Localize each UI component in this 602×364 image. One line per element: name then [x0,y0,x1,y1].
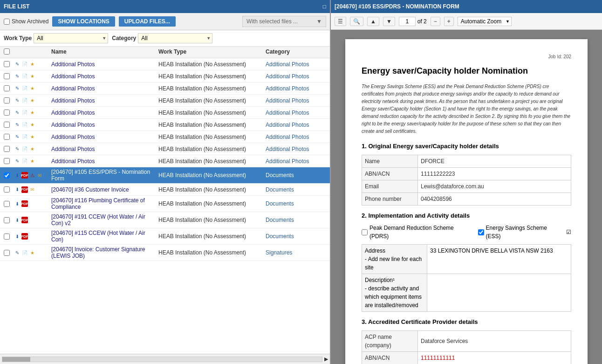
file-checkbox[interactable] [4,61,10,67]
file-name: [204670] #105 ESS/PDRS - Nomination Form [51,169,150,182]
pdf-icon: PDF [21,200,28,207]
download-icon[interactable]: ⬇ [14,186,21,193]
file-name: [204670] #116 Plumbing Certificate of Co… [51,197,145,210]
file-row[interactable]: ✎📄★Additional PhotosHEAB Installation (N… [0,119,330,131]
file-row[interactable]: ⬇PDF[204670] #191 CCEW (Hot Water / Air … [0,212,330,228]
file-name: [204670] #36 Customer Invoice [51,186,129,193]
file-checkbox[interactable] [4,122,10,128]
zoom-out-button[interactable]: − [431,17,440,26]
pdrs-checkbox[interactable] [362,229,368,235]
pdrs-label: Peak Demand Reduction Scheme (PDRS) [369,224,473,240]
file-checkbox[interactable] [4,110,10,116]
edit-icon[interactable]: ✎ [14,249,21,256]
file-checkbox[interactable] [4,73,10,79]
page-number-input[interactable] [399,17,416,26]
toggle-sidebar-button[interactable]: ☰ [335,17,346,26]
select-all-checkbox[interactable] [4,48,10,55]
file-row[interactable]: ✎📄★Additional PhotosHEAB Installation (N… [0,131,330,143]
download-icon[interactable]: ⬇ [14,200,21,207]
table-cell-label: ACP name (company) [362,330,418,351]
file-work-type: HEAB Installation (No Assessment) [158,217,246,223]
edit-icon[interactable]: ✎ [14,85,21,92]
file-checkbox[interactable] [4,97,10,103]
scrollbar-thumb[interactable] [2,357,30,362]
table-cell-label: Description¹ - describe activity and whi… [362,274,427,312]
search-button[interactable]: 🔍 [350,17,363,26]
file-row[interactable]: ✎📄★Additional PhotosHEAB Installation (N… [0,107,330,119]
doc-icon: 📄 [21,134,28,140]
file-icons: ⬇PDF [14,233,51,240]
file-row[interactable]: ✎📄★Additional PhotosHEAB Installation (N… [0,70,330,82]
file-row[interactable]: ✎📄★Additional PhotosHEAB Installation (N… [0,155,330,167]
edit-icon[interactable]: ✎ [14,73,21,80]
scroll-arrow-right[interactable]: ▶ [324,356,328,362]
file-icons: ✎📄★ [14,122,51,128]
file-row[interactable]: ⬇PDF⚠✉[204670] #105 ESS/PDRS - Nominatio… [0,167,330,184]
file-checkbox[interactable] [4,201,10,207]
download-icon[interactable]: ⬇ [14,172,21,179]
file-checkbox[interactable] [4,146,10,152]
header-check[interactable] [4,48,14,56]
with-selected-dropdown[interactable]: With selected files ... ▼ [242,16,326,27]
file-row[interactable]: ✎📄★Additional PhotosHEAB Installation (N… [0,143,330,155]
upload-files-button[interactable]: UPLOAD FILES... [119,16,176,27]
category-select[interactable]: All Additional Photos Documents Signatur… [138,33,212,43]
edit-icon[interactable]: ✎ [14,97,21,104]
file-category: Documents [266,186,294,193]
edit-icon[interactable]: ✎ [14,61,21,68]
work-type-select[interactable]: All HEAB Installation (No Assessment) [34,33,108,43]
category-filter-group: Category All Additional Photos Documents… [112,33,212,43]
star-icon: ★ [29,110,35,116]
file-checkbox[interactable] [4,85,10,91]
file-checkbox[interactable] [4,186,10,192]
edit-icon[interactable]: ✎ [14,110,21,116]
edit-icon[interactable]: ✎ [14,158,21,165]
file-checkbox[interactable] [4,172,10,179]
doc-icon: 📄 [21,61,28,68]
file-row[interactable]: ✎📄★Additional PhotosHEAB Installation (N… [0,82,330,95]
download-icon[interactable]: ⬇ [14,233,21,240]
file-category: Additional Photos [266,134,309,140]
warning-icon: ⚠ [29,172,35,179]
left-panel-close-icon[interactable]: □ [323,3,326,10]
star-icon: ★ [29,122,35,128]
file-row[interactable]: ⬇PDF[204670] #115 CCEW (Hot Water / Air … [0,228,330,245]
file-category: Additional Photos [266,61,309,68]
edit-icon[interactable]: ✎ [14,146,21,152]
file-checkbox[interactable] [4,234,10,240]
file-row[interactable]: ⬇PDF[204670] #116 Plumbing Certificate o… [0,196,330,212]
file-icons: ✎📄★ [14,97,51,104]
horizontal-scrollbar[interactable] [2,357,322,362]
table-row: Phone number0404208596 [362,192,571,205]
email-icon: ✉ [36,172,43,179]
file-work-type: HEAB Installation (No Assessment) [158,200,246,207]
prev-page-button[interactable]: ▲ [367,17,379,26]
file-row[interactable]: ✎📄★Additional PhotosHEAB Installation (N… [0,58,330,70]
table-row: Description¹ - describe activity and whi… [362,274,571,312]
file-checkbox[interactable] [4,158,10,164]
file-icons: ✎📄★ [14,73,51,80]
pdf-icon: PDF [21,217,28,223]
file-row[interactable]: ✎📄★[204670] Invoice: Customer Signature … [0,245,330,261]
header-name: Name [51,48,158,56]
file-checkbox[interactable] [4,250,10,256]
zoom-select[interactable]: Automatic Zoom 50% 75% 100% 125% 150% 20… [458,17,512,26]
next-page-button[interactable]: ▼ [383,17,395,26]
file-row[interactable]: ✎📄★Additional PhotosHEAB Installation (N… [0,95,330,107]
doc-icon: 📄 [21,97,28,104]
ess-checkbox[interactable] [478,229,484,235]
zoom-in-button[interactable]: + [444,17,454,26]
edit-icon[interactable]: ✎ [14,122,21,128]
file-checkbox[interactable] [4,217,10,223]
table-cell-value: 0404208596 [418,192,571,205]
show-archived-checkbox[interactable] [4,19,10,25]
file-row[interactable]: ⬇PDF✉[204670] #36 Customer InvoiceHEAB I… [0,184,330,196]
file-checkbox[interactable] [4,134,10,140]
table-row: Address - Add new line for each site33 L… [362,245,571,274]
file-work-type: HEAB Installation (No Assessment) [158,97,246,104]
edit-icon[interactable]: ✎ [14,134,21,140]
show-locations-button[interactable]: SHOW LOCATIONS [52,16,115,27]
file-work-type: HEAB Installation (No Assessment) [158,233,246,240]
category-select-wrapper: All Additional Photos Documents Signatur… [138,33,212,43]
download-icon[interactable]: ⬇ [14,217,21,223]
